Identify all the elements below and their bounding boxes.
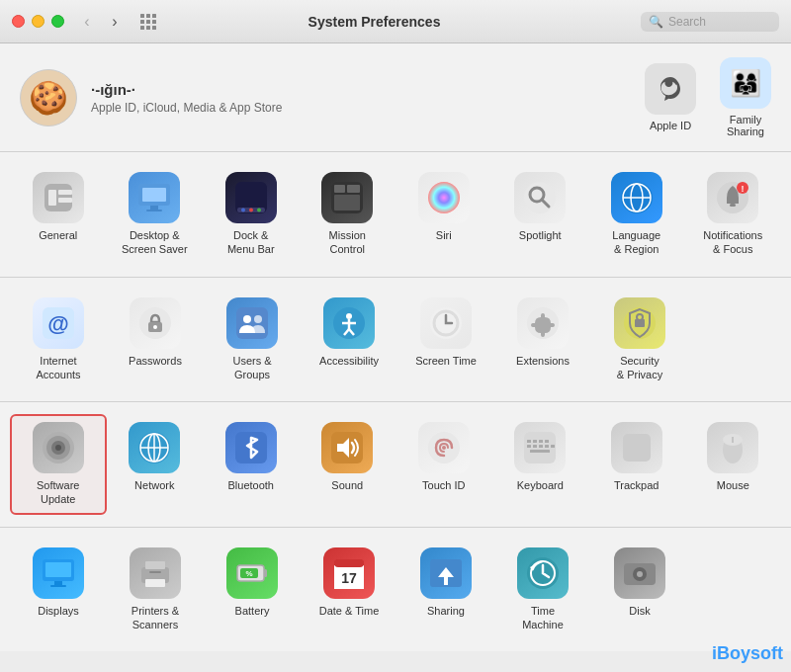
- grid-item-timemachine[interactable]: TimeMachine: [494, 540, 591, 640]
- grid-item-language[interactable]: Language& Region: [588, 164, 685, 265]
- profile-name: ·-ığın-·: [91, 81, 282, 98]
- accessibility-label: Accessibility: [319, 354, 379, 368]
- svg-text:17: 17: [341, 570, 357, 586]
- software-update-label: SoftwareUpdate: [37, 478, 79, 507]
- svg-rect-79: [545, 445, 549, 448]
- grid-item-trackpad[interactable]: Trackpad: [588, 414, 685, 515]
- touchid-label: Touch ID: [422, 478, 465, 492]
- search-bar[interactable]: 🔍: [641, 12, 779, 32]
- sound-icon: [321, 422, 373, 473]
- grid-item-datetime[interactable]: 17Date & Time: [301, 540, 397, 640]
- avatar[interactable]: 🍪: [20, 69, 77, 126]
- displays-icon: [33, 547, 84, 599]
- printers-icon: [130, 547, 181, 599]
- grid-item-dock[interactable]: Dock &Menu Bar: [203, 164, 300, 265]
- apple-id-button[interactable]: Apple ID: [645, 63, 696, 131]
- svg-rect-14: [142, 188, 166, 202]
- grid-item-notifications[interactable]: !Notifications& Focus: [685, 164, 782, 265]
- accounts-row: @InternetAccountsPasswordsUsers &GroupsA…: [10, 290, 781, 390]
- grid-item-network[interactable]: Network: [107, 414, 204, 515]
- svg-rect-78: [539, 445, 543, 448]
- svg-point-19: [241, 209, 245, 212]
- personal-section: GeneralDesktop &Screen SaverDock &Menu B…: [0, 152, 791, 278]
- grid-item-security[interactable]: Security& Privacy: [591, 290, 688, 390]
- grid-item-siri[interactable]: Siri: [396, 164, 492, 265]
- printers-label: Printers &Scanners: [132, 604, 179, 632]
- svg-point-108: [637, 571, 643, 577]
- grid-item-passwords[interactable]: Passwords: [107, 290, 204, 390]
- grid-item-internet[interactable]: @InternetAccounts: [10, 290, 107, 390]
- general-icon: [33, 172, 84, 223]
- svg-rect-81: [530, 450, 550, 453]
- grid-item-users[interactable]: Users &Groups: [204, 290, 301, 390]
- passwords-label: Passwords: [129, 354, 182, 368]
- sound-label: Sound: [331, 478, 363, 492]
- close-button[interactable]: [12, 15, 25, 28]
- grid-view-button[interactable]: [137, 11, 159, 33]
- grid-item-software-update[interactable]: SoftwareUpdate: [10, 414, 107, 515]
- grid-item-sharing[interactable]: Sharing: [397, 540, 494, 640]
- grid-item-general[interactable]: General: [10, 164, 107, 265]
- search-input[interactable]: [668, 15, 767, 29]
- mission-icon: [321, 172, 373, 223]
- svg-rect-16: [146, 210, 162, 211]
- search-icon: 🔍: [649, 15, 663, 29]
- svg-rect-80: [551, 445, 555, 448]
- svg-rect-15: [150, 206, 158, 210]
- grid-item-sound[interactable]: Sound: [300, 414, 396, 515]
- system-section: DisplaysPrinters &Scanners%Battery17Date…: [0, 528, 791, 652]
- svg-rect-75: [545, 440, 549, 443]
- grid-item-displays[interactable]: Displays: [10, 540, 107, 640]
- back-button[interactable]: ‹: [76, 11, 98, 33]
- grid-item-bluetooth[interactable]: Bluetooth: [203, 414, 300, 515]
- keyboard-label: Keyboard: [517, 478, 564, 492]
- hardware-section: SoftwareUpdateNetworkBluetoothSoundTouch…: [0, 402, 791, 528]
- svg-rect-25: [334, 195, 360, 210]
- disk-icon: [614, 547, 665, 599]
- grid-item-spotlight[interactable]: Spotlight: [492, 164, 589, 265]
- svg-rect-88: [54, 581, 62, 585]
- svg-rect-89: [50, 585, 66, 587]
- svg-point-27: [524, 182, 556, 213]
- profile-subtitle: Apple ID, iCloud, Media & App Store: [91, 101, 282, 115]
- svg-rect-43: [236, 307, 268, 339]
- spotlight-icon: [514, 172, 566, 223]
- nav-buttons: ‹ ›: [76, 11, 126, 33]
- forward-button[interactable]: ›: [104, 11, 126, 33]
- minimize-button[interactable]: [32, 15, 44, 28]
- profile-section: 🍪 ·-ığın-· Apple ID, iCloud, Media & App…: [0, 43, 791, 152]
- traffic-lights: [12, 15, 64, 28]
- apple-id-icon: [645, 63, 696, 115]
- language-icon: [611, 172, 662, 223]
- trackpad-icon: [611, 422, 662, 473]
- dock-icon: [225, 172, 277, 223]
- grid-item-accessibility[interactable]: Accessibility: [301, 290, 397, 390]
- grid-item-screentime[interactable]: Screen Time: [397, 290, 494, 390]
- sharing-label: Sharing: [427, 604, 465, 618]
- maximize-button[interactable]: [51, 15, 64, 28]
- watermark: iBoysoft: [712, 643, 783, 664]
- grid-item-mission[interactable]: MissionControl: [300, 164, 396, 265]
- svg-point-44: [243, 315, 251, 323]
- svg-rect-35: [730, 204, 736, 207]
- extensions-label: Extensions: [516, 354, 570, 368]
- svg-point-61: [55, 445, 61, 451]
- grid-item-extensions[interactable]: Extensions: [494, 290, 591, 390]
- grid-item-printers[interactable]: Printers &Scanners: [107, 540, 204, 640]
- grid-item-disk[interactable]: Disk: [591, 540, 688, 640]
- svg-rect-87: [45, 562, 71, 577]
- profile-right: Apple ID 👨‍👩‍👧 FamilySharing: [645, 57, 771, 137]
- svg-rect-8: [152, 26, 156, 30]
- svg-rect-77: [533, 445, 537, 448]
- grid-item-mouse[interactable]: Mouse: [685, 414, 782, 515]
- grid-item-desktop[interactable]: Desktop &Screen Saver: [107, 164, 204, 265]
- grid-item-touchid[interactable]: Touch ID: [396, 414, 492, 515]
- svg-rect-91: [145, 561, 165, 569]
- grid-item-keyboard[interactable]: Keyboard: [492, 414, 589, 515]
- accounts-section: @InternetAccountsPasswordsUsers &GroupsA…: [0, 278, 791, 403]
- notifications-label: Notifications& Focus: [703, 228, 762, 257]
- accessibility-icon: [323, 297, 375, 349]
- family-sharing-button[interactable]: 👨‍👩‍👧 FamilySharing: [720, 57, 771, 137]
- grid-item-battery[interactable]: %Battery: [204, 540, 301, 640]
- profile-info: ·-ığın-· Apple ID, iCloud, Media & App S…: [91, 81, 282, 115]
